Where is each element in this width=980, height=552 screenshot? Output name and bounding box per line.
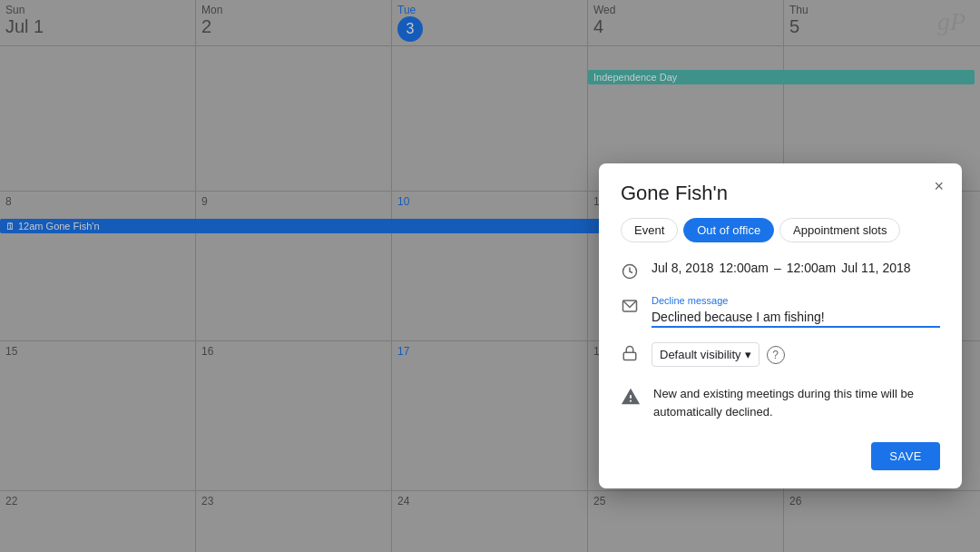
decline-message-row: Decline message — [621, 295, 940, 328]
modal-footer: SAVE — [621, 442, 940, 470]
clock-icon — [621, 262, 639, 281]
time-end: 12:00am — [787, 261, 836, 275]
visibility-dropdown[interactable]: Default visibility ▾ — [652, 342, 760, 367]
lock-icon — [621, 344, 639, 362]
tab-out-of-office[interactable]: Out of office — [683, 218, 774, 242]
decline-message-content: Decline message — [652, 295, 940, 328]
warning-row: New and existing meetings during this ti… — [621, 381, 940, 424]
date-time-row: Jul 8, 2018 12:00am – 12:00am Jul 11, 20… — [621, 261, 940, 281]
close-button[interactable]: × — [930, 174, 947, 198]
decline-label: Decline message — [652, 295, 940, 306]
decline-input[interactable] — [652, 308, 940, 328]
help-icon[interactable]: ? — [767, 346, 785, 364]
modal-tabs: Event Out of office Appointment slots — [621, 218, 940, 242]
dropdown-arrow: ▾ — [745, 348, 751, 361]
modal-overlay: × Gone Fish'n Event Out of office Appoin… — [0, 0, 980, 552]
save-button[interactable]: SAVE — [871, 442, 940, 470]
warning-icon — [621, 387, 641, 411]
date-start: Jul 8, 2018 — [652, 261, 714, 275]
time-start: 12:00am — [720, 261, 769, 275]
warning-text: New and existing meetings during this ti… — [653, 385, 940, 420]
visibility-row: Default visibility ▾ ? — [621, 342, 940, 367]
dash: – — [774, 261, 781, 275]
tab-event[interactable]: Event — [621, 218, 678, 242]
date-range: Jul 8, 2018 12:00am – 12:00am Jul 11, 20… — [652, 261, 940, 275]
svg-rect-2 — [623, 352, 636, 360]
visibility-content: Default visibility ▾ ? — [652, 342, 940, 367]
visibility-label: Default visibility — [660, 348, 741, 361]
event-modal: × Gone Fish'n Event Out of office Appoin… — [599, 163, 962, 488]
envelope-icon — [621, 297, 639, 315]
date-end: Jul 11, 2018 — [841, 261, 910, 275]
modal-title: Gone Fish'n — [621, 182, 940, 205]
tab-appointment-slots[interactable]: Appointment slots — [779, 218, 900, 242]
